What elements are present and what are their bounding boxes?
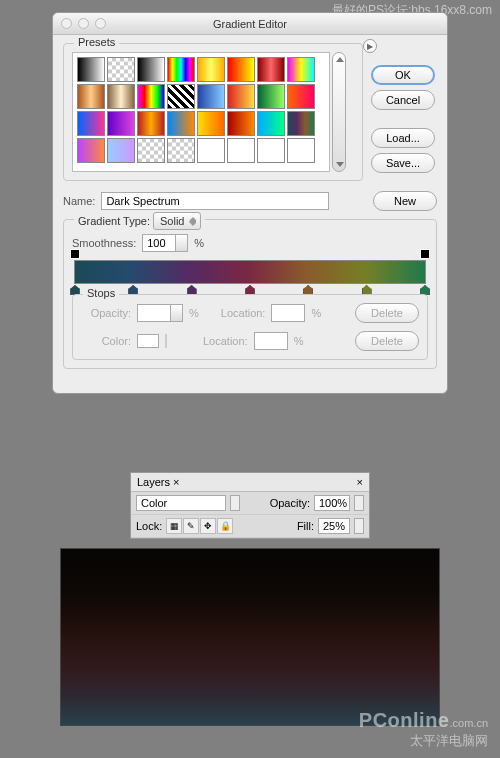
color-picker-icon — [165, 334, 167, 348]
preset-swatch[interactable] — [107, 111, 135, 136]
load-button[interactable]: Load... — [371, 128, 435, 148]
lock-label: Lock: — [136, 520, 162, 532]
flyout-menu-icon[interactable]: ▶ — [363, 39, 377, 53]
opacity-field — [137, 304, 183, 322]
preset-swatch[interactable] — [77, 111, 105, 136]
preset-swatch[interactable] — [257, 138, 285, 163]
preset-swatch[interactable] — [167, 111, 195, 136]
preset-swatch[interactable] — [227, 57, 255, 82]
window-controls — [61, 18, 106, 29]
preset-swatch[interactable] — [107, 57, 135, 82]
pct-label: % — [194, 237, 204, 249]
opacity-label: Opacity: — [270, 497, 310, 509]
lock-move-icon[interactable]: ✥ — [200, 518, 216, 534]
layer-opacity-field[interactable]: 100% — [314, 495, 350, 511]
gradient-type-select[interactable]: Solid — [153, 212, 201, 230]
color-swatch — [137, 334, 159, 348]
stepper-icon[interactable] — [354, 495, 364, 511]
preset-swatch[interactable] — [287, 138, 315, 163]
preset-swatch[interactable] — [287, 57, 315, 82]
presets-grid[interactable] — [72, 52, 330, 172]
preset-swatch[interactable] — [77, 57, 105, 82]
gradient-editor-dialog: Gradient Editor ▶ OK Cancel Load... Save… — [52, 12, 448, 394]
cancel-button[interactable]: Cancel — [371, 90, 435, 110]
preset-swatch[interactable] — [197, 57, 225, 82]
fill-label: Fill: — [297, 520, 314, 532]
preset-swatch[interactable] — [197, 138, 225, 163]
opacity-label: Opacity: — [81, 307, 131, 319]
lock-all-icon[interactable]: 🔒 — [217, 518, 233, 534]
opacity-input — [137, 304, 171, 322]
gradient-bar[interactable] — [74, 260, 426, 284]
minimize-icon[interactable] — [78, 18, 89, 29]
location-label: Location: — [221, 307, 266, 319]
lock-icons: ▦ ✎ ✥ 🔒 — [166, 518, 233, 534]
panel-close-icon[interactable]: × — [357, 476, 363, 488]
stepper-icon[interactable] — [354, 518, 364, 534]
layers-panel: Layers × × Color Opacity: 100% Lock: ▦ ✎… — [130, 472, 370, 539]
watermark-bottom: PConline.com.cn 太平洋电脑网 — [359, 709, 488, 750]
preset-swatch[interactable] — [137, 111, 165, 136]
smoothness-field[interactable] — [142, 234, 188, 252]
opacity-stop[interactable] — [70, 249, 80, 259]
preset-swatch[interactable] — [197, 84, 225, 109]
preset-swatch[interactable] — [257, 57, 285, 82]
preset-swatch[interactable] — [137, 84, 165, 109]
location-label: Location: — [203, 335, 248, 347]
location-input — [271, 304, 305, 322]
gradient-preview — [60, 548, 440, 726]
delete-color-stop-button: Delete — [355, 331, 419, 351]
new-button[interactable]: New — [373, 191, 437, 211]
smoothness-input[interactable] — [142, 234, 176, 252]
preset-swatch[interactable] — [167, 138, 195, 163]
close-icon[interactable] — [61, 18, 72, 29]
opacity-stop[interactable] — [420, 249, 430, 259]
preset-swatch[interactable] — [257, 84, 285, 109]
layers-tab[interactable]: Layers × × — [131, 473, 369, 492]
presets-legend: Presets — [74, 36, 119, 48]
smoothness-label: Smoothness: — [72, 237, 136, 249]
preset-swatch[interactable] — [227, 111, 255, 136]
side-buttons: OK Cancel Load... Save... — [371, 65, 435, 173]
delete-opacity-stop-button: Delete — [355, 303, 419, 323]
preset-swatch[interactable] — [137, 138, 165, 163]
presets-area — [72, 52, 354, 172]
location-input — [254, 332, 288, 350]
preset-swatch[interactable] — [107, 84, 135, 109]
zoom-icon[interactable] — [95, 18, 106, 29]
color-label: Color: — [81, 335, 131, 347]
dialog-title: Gradient Editor — [213, 18, 287, 30]
tab-label: Layers × — [137, 476, 180, 488]
name-input[interactable] — [101, 192, 329, 210]
presets-scrollbar[interactable] — [332, 52, 346, 172]
dropdown-icon[interactable] — [230, 495, 240, 511]
ok-button[interactable]: OK — [371, 65, 435, 85]
gradient-type-legend: Gradient Type: Solid — [74, 212, 205, 230]
preset-swatch[interactable] — [227, 138, 255, 163]
preset-swatch[interactable] — [77, 138, 105, 163]
preset-swatch[interactable] — [227, 84, 255, 109]
preset-swatch[interactable] — [167, 84, 195, 109]
preset-swatch[interactable] — [287, 111, 315, 136]
preset-swatch[interactable] — [257, 111, 285, 136]
name-label: Name: — [63, 195, 95, 207]
preset-swatch[interactable] — [167, 57, 195, 82]
stepper-icon — [171, 304, 183, 322]
lock-transparency-icon[interactable]: ▦ — [166, 518, 182, 534]
titlebar[interactable]: Gradient Editor — [53, 13, 447, 35]
preset-swatch[interactable] — [137, 57, 165, 82]
preset-swatch[interactable] — [77, 84, 105, 109]
blend-mode-select[interactable]: Color — [136, 495, 226, 511]
preset-swatch[interactable] — [197, 111, 225, 136]
preset-swatch[interactable] — [107, 138, 135, 163]
stepper-icon[interactable] — [176, 234, 188, 252]
lock-brush-icon[interactable]: ✎ — [183, 518, 199, 534]
fill-field[interactable]: 25% — [318, 518, 350, 534]
stops-legend: Stops — [83, 287, 119, 299]
save-button[interactable]: Save... — [371, 153, 435, 173]
preset-swatch[interactable] — [287, 84, 315, 109]
